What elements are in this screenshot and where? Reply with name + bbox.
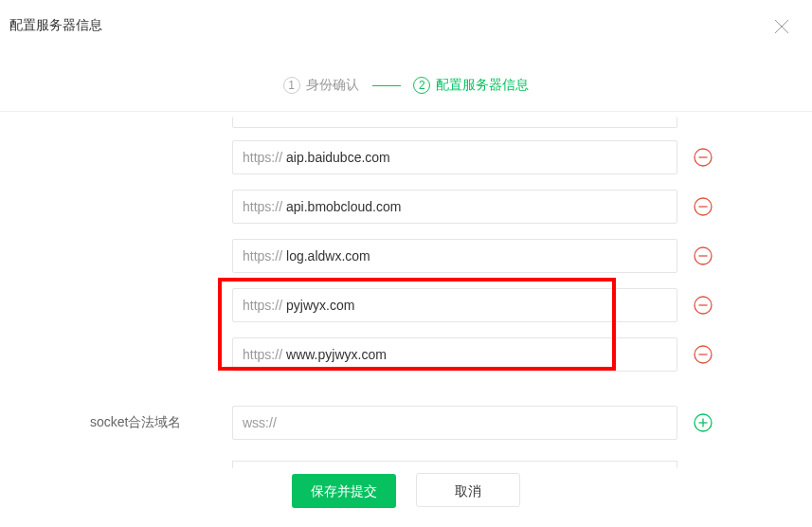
domain-input[interactable]	[286, 199, 667, 214]
cancel-button[interactable]: 取消	[416, 473, 520, 507]
add-button[interactable]	[693, 412, 713, 433]
step-1: 1 身份确认	[283, 77, 359, 94]
domain-input[interactable]	[286, 248, 667, 264]
plus-circle-icon	[693, 412, 713, 433]
footer-actions: 保存并提交 取消	[0, 473, 812, 508]
remove-button[interactable]	[693, 147, 713, 168]
partial-field-top	[232, 117, 677, 128]
page-title: 配置服务器信息	[0, 0, 812, 34]
close-button[interactable]	[772, 17, 791, 36]
url-prefix: https://	[243, 150, 282, 165]
domain-field[interactable]: https://	[232, 239, 677, 273]
step-indicator: 1 身份确认 2 配置服务器信息	[0, 77, 812, 94]
minus-circle-icon	[693, 245, 713, 266]
url-prefix: https://	[243, 248, 282, 264]
domain-row: https://	[232, 281, 810, 330]
domain-row: https://	[232, 182, 810, 231]
domain-row: https://	[232, 330, 810, 379]
domain-row: https://	[232, 133, 810, 182]
remove-button[interactable]	[693, 245, 713, 266]
socket-field[interactable]: wss://	[232, 406, 677, 440]
minus-circle-icon	[693, 196, 713, 217]
socket-row: socket合法域名 wss://	[232, 398, 810, 447]
partial-row-top	[232, 112, 810, 133]
domain-field[interactable]: https://	[232, 140, 677, 174]
url-prefix: https://	[243, 347, 282, 362]
domain-field[interactable]: https://	[232, 190, 677, 224]
step-1-number: 1	[283, 77, 300, 94]
remove-button[interactable]	[693, 344, 713, 365]
save-submit-button[interactable]: 保存并提交	[292, 474, 396, 508]
step-2: 2 配置服务器信息	[413, 77, 529, 94]
domain-input[interactable]	[286, 298, 667, 313]
form-content: https:// https://	[0, 111, 812, 468]
minus-circle-icon	[693, 295, 713, 316]
step-separator	[372, 85, 401, 86]
domain-input[interactable]	[286, 150, 667, 165]
socket-input[interactable]	[280, 415, 667, 430]
url-prefix: wss://	[243, 415, 277, 430]
socket-label: socket合法域名	[90, 414, 223, 431]
partial-row-bottom	[232, 461, 677, 468]
step-2-number: 2	[413, 77, 430, 94]
step-2-label: 配置服务器信息	[436, 77, 529, 94]
domain-row: https://	[232, 231, 810, 281]
close-icon	[772, 17, 791, 36]
url-prefix: https://	[243, 298, 282, 313]
step-1-label: 身份确认	[306, 77, 359, 94]
url-prefix: https://	[243, 199, 282, 214]
minus-circle-icon	[693, 147, 713, 168]
domain-input[interactable]	[286, 347, 667, 362]
remove-button[interactable]	[693, 196, 713, 217]
remove-button[interactable]	[693, 295, 713, 316]
minus-circle-icon	[693, 344, 713, 365]
domain-field[interactable]: https://	[232, 288, 677, 322]
domain-field[interactable]: https://	[232, 337, 677, 372]
